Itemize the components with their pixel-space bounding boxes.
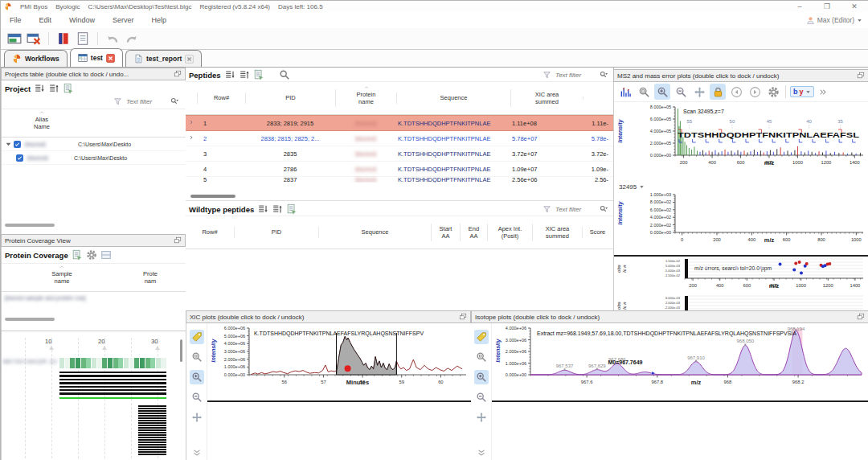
pan-icon[interactable] xyxy=(474,410,489,425)
column-header-blank[interactable] xyxy=(583,97,610,100)
project-tree-row[interactable]: [blurred]C:\Users\Max\Deskto xyxy=(2,138,186,151)
column-header-apex-int-[interactable]: Apex Int.(Posit) xyxy=(487,224,532,242)
isotope-panel-header[interactable]: Isotope plots (double click to dock / un… xyxy=(471,310,868,323)
zoom-reset-icon[interactable] xyxy=(474,350,489,364)
settings-icon[interactable] xyxy=(765,84,781,100)
menu-edit[interactable]: Edit xyxy=(31,16,61,24)
new-document-icon[interactable] xyxy=(76,31,90,46)
project-tree-row[interactable]: [blurred]C:\Users\Max\Deskto xyxy=(2,151,186,165)
search-dropdown-icon[interactable] xyxy=(170,97,179,106)
zoom-in-icon[interactable] xyxy=(654,84,670,100)
workflow-library-icon[interactable] xyxy=(56,31,71,46)
layout-icon[interactable] xyxy=(100,249,112,261)
tab-workflows[interactable]: Workflows xyxy=(4,50,68,67)
column-header-xic-area[interactable]: XIC areasummed xyxy=(510,89,583,108)
menu-help[interactable]: Help xyxy=(143,16,176,24)
projects-hscrollbar[interactable] xyxy=(5,224,55,227)
column-header-xic-area[interactable]: XIC areasummed xyxy=(532,224,582,242)
zoom-reset-icon[interactable] xyxy=(636,84,652,100)
tab-test_report[interactable]: test_report xyxy=(125,50,202,67)
report-icon[interactable] xyxy=(72,249,83,261)
sort-ascending-icon[interactable] xyxy=(48,83,59,94)
dock-icon[interactable] xyxy=(857,313,865,321)
row-expander-icon[interactable] xyxy=(188,119,194,125)
protein-name-column-header[interactable]: Prote nam xyxy=(122,269,178,287)
funnel-icon[interactable] xyxy=(113,97,122,106)
column-header-row-[interactable]: Row# xyxy=(186,227,234,237)
spectrum-table-icon[interactable] xyxy=(617,84,633,100)
report-icon[interactable] xyxy=(286,203,297,215)
nav-back-icon[interactable] xyxy=(728,84,744,100)
redo-icon[interactable] xyxy=(125,31,139,46)
ms2-panel-header[interactable]: MS2 and mass error plots (double click t… xyxy=(613,69,868,82)
peptide-row[interactable]: 52837[blurred]K.TDTSHHDQDHPTFNKITPNLAE2.… xyxy=(186,177,613,183)
ms2-secondary-plot[interactable]: 1.000e+038.000e+026.000e+024.000e+022.00… xyxy=(614,191,868,257)
sort-ascending-icon[interactable] xyxy=(272,203,283,215)
column-header-start[interactable]: StartAA xyxy=(431,224,460,242)
user-menu[interactable]: Max (Editor) xyxy=(806,12,862,28)
zoom-out-icon[interactable] xyxy=(474,390,489,405)
tab-test[interactable]: test xyxy=(70,48,123,67)
column-header-end[interactable]: EndAA xyxy=(460,224,487,242)
ms2-spectrum-plot[interactable]: 8.000e+056.000e+054.000e+052.000e+050.00… xyxy=(614,102,868,183)
minimize-button[interactable]: – xyxy=(788,1,811,11)
peptide-row[interactable]: 32835[blurred]K.TDTSHHDQDHPTFNKITPNLAE3.… xyxy=(186,146,613,162)
expander-chevron-icon[interactable] xyxy=(5,141,12,148)
pan-icon[interactable] xyxy=(190,410,204,425)
peptides-filter-input[interactable] xyxy=(554,71,597,80)
coverage-row-blurred[interactable]: [blurred sample and protein row] xyxy=(2,292,186,304)
dock-icon[interactable] xyxy=(174,236,182,244)
menu-window[interactable]: Window xyxy=(60,16,104,24)
menu-server[interactable]: Server xyxy=(104,16,143,24)
tab-close-icon[interactable] xyxy=(185,55,194,64)
tag-icon[interactable] xyxy=(474,330,489,344)
column-header-row-[interactable]: Row# xyxy=(197,92,245,103)
gear-icon[interactable] xyxy=(86,249,97,261)
column-header-sequence[interactable]: Sequence xyxy=(318,227,431,237)
peptides-hscrollbar[interactable] xyxy=(190,195,235,198)
xic-chromatogram-plot[interactable]: 6.000e+065.000e+064.000e+063.000e+062.00… xyxy=(207,323,472,402)
sort-descending-icon[interactable] xyxy=(34,83,45,94)
alias-name-column-header[interactable]: Alias Name xyxy=(2,114,82,133)
wildtype-filter-input[interactable] xyxy=(554,205,597,214)
row-expander-icon[interactable] xyxy=(188,134,194,141)
pan-icon[interactable] xyxy=(691,84,707,100)
search-icon[interactable] xyxy=(279,69,290,80)
zoom-in-icon[interactable] xyxy=(190,370,204,384)
sort-descending-icon[interactable] xyxy=(224,69,235,80)
column-header-score[interactable]: Score xyxy=(582,227,612,237)
collapse-strip-icon[interactable] xyxy=(190,445,204,459)
report-icon[interactable] xyxy=(253,69,264,80)
lock-icon[interactable] xyxy=(710,84,726,100)
zoom-in-icon[interactable] xyxy=(474,370,489,384)
undo-icon[interactable] xyxy=(105,31,120,46)
toolbar-overflow-icon[interactable] xyxy=(818,88,827,97)
dock-icon[interactable] xyxy=(857,72,865,80)
projects-panel-header[interactable]: Projects table (double click to dock / u… xyxy=(1,68,186,80)
projects-filter-input[interactable] xyxy=(125,97,168,106)
zoom-out-icon[interactable] xyxy=(673,84,689,100)
search-dropdown-icon[interactable] xyxy=(600,205,608,214)
peptide-row[interactable]: 12833; 2819; 2915[blurred]K.TDTSHHDQDHPT… xyxy=(186,115,613,131)
sample-name-column-header[interactable]: Sample name xyxy=(2,269,122,287)
search-dropdown-icon[interactable] xyxy=(600,71,608,80)
coverage-panel-header[interactable]: Protein Coverage View xyxy=(1,234,186,247)
zoom-reset-icon[interactable] xyxy=(190,350,204,364)
coverage-hscrollbar[interactable] xyxy=(5,318,55,321)
menu-file[interactable]: File xyxy=(1,16,31,24)
close-button[interactable]: ✕ xyxy=(843,1,866,11)
project-checkbox[interactable] xyxy=(16,154,23,162)
column-header-blank[interactable] xyxy=(186,97,197,100)
restore-button[interactable]: ❐ xyxy=(816,1,838,11)
peptide-row[interactable]: 42786[blurred]K.TDTSHHDQDHPTFNKITPNLAE1.… xyxy=(186,162,613,177)
column-header-pid[interactable]: PID xyxy=(245,92,335,103)
coverage-map[interactable]: 102030MKTAYIAKQR QISFVKSHFS xyxy=(1,331,186,460)
ion-series-dropdown[interactable]: by xyxy=(790,86,814,97)
nav-forward-icon[interactable] xyxy=(747,84,763,100)
peptide-row[interactable]: 22838; 2815; 2825; 2...[blurred]K.TDTSHH… xyxy=(186,131,613,146)
column-header-sequence[interactable]: Sequence xyxy=(396,92,510,103)
open-project-icon[interactable] xyxy=(7,31,22,46)
path-column-header[interactable] xyxy=(82,121,182,125)
dock-icon[interactable] xyxy=(459,313,467,321)
xic-panel-header[interactable]: XIC plots (double click to dock / undock… xyxy=(186,310,471,323)
